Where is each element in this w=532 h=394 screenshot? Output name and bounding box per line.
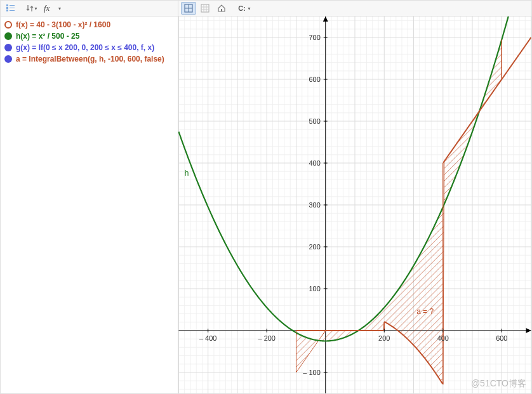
algebra-toolbar: ▼ fx ▼ xyxy=(1,1,178,16)
toggle-axes-button[interactable] xyxy=(181,2,196,15)
alg-expr: a = IntegralBetween(g, h, -100, 600, fal… xyxy=(16,55,164,63)
visibility-bullet[interactable] xyxy=(4,21,12,29)
svg-text:200: 200 xyxy=(378,334,390,342)
chevron-down-icon: ▼ xyxy=(57,6,62,11)
svg-rect-3 xyxy=(10,8,15,8)
svg-text:– 400: – 400 xyxy=(199,334,216,342)
graphics-toolbar: C: ▼ xyxy=(178,1,531,16)
svg-text:100: 100 xyxy=(309,285,320,292)
svg-rect-2 xyxy=(6,7,8,9)
svg-text:h: h xyxy=(185,169,189,178)
svg-rect-9 xyxy=(201,4,209,12)
axes-icon xyxy=(184,4,193,13)
chevron-down-icon: ▼ xyxy=(34,6,38,11)
capture-label: C: xyxy=(238,4,246,12)
graphics-view[interactable]: – 400– 200200400600– 1001002003004005006… xyxy=(178,16,531,393)
visibility-bullet[interactable] xyxy=(4,55,12,63)
grid-icon xyxy=(201,4,209,13)
watermark: @51CTO博客 xyxy=(471,378,526,390)
visibility-bullet[interactable] xyxy=(4,44,12,51)
svg-text:a = ?: a = ? xyxy=(416,307,434,316)
list-view-button[interactable] xyxy=(3,2,18,15)
svg-text:200: 200 xyxy=(309,243,320,251)
visibility-bullet[interactable] xyxy=(4,32,12,40)
svg-text:– 100: – 100 xyxy=(303,369,320,376)
algebra-view: f(x) = 40 - 3(100 - x)² / 1600 h(x) = x²… xyxy=(1,16,178,393)
svg-text:600: 600 xyxy=(309,76,320,83)
fx-label: fx xyxy=(44,3,50,13)
svg-text:400: 400 xyxy=(437,334,449,342)
svg-text:300: 300 xyxy=(309,201,320,209)
sort-icon xyxy=(26,4,34,12)
svg-rect-4 xyxy=(6,10,8,11)
list-icon xyxy=(6,4,15,12)
fx-dropdown[interactable]: ▼ xyxy=(52,2,63,15)
svg-text:– 200: – 200 xyxy=(258,334,276,342)
svg-text:400: 400 xyxy=(309,159,320,167)
plot-canvas[interactable]: – 400– 200200400600– 1001002003004005006… xyxy=(178,16,531,393)
home-icon xyxy=(217,4,226,13)
chevron-down-icon: ▼ xyxy=(247,6,251,11)
svg-rect-1 xyxy=(10,5,15,6)
svg-text:500: 500 xyxy=(309,117,320,125)
toggle-grid-button[interactable] xyxy=(197,2,213,15)
alg-item-h[interactable]: h(x) = x² / 500 - 25 xyxy=(1,30,178,42)
alg-expr: h(x) = x² / 500 - 25 xyxy=(16,32,79,41)
svg-text:600: 600 xyxy=(496,334,507,342)
svg-rect-0 xyxy=(6,4,8,6)
alg-expr: f(x) = 40 - 3(100 - x)² / 1600 xyxy=(16,20,110,29)
sort-dropdown[interactable]: ▼ xyxy=(20,2,40,15)
home-button[interactable] xyxy=(214,2,229,15)
svg-rect-5 xyxy=(10,10,15,11)
alg-item-f[interactable]: f(x) = 40 - 3(100 - x)² / 1600 xyxy=(1,19,178,30)
svg-rect-14 xyxy=(221,9,222,11)
point-capture-dropdown[interactable]: C: ▼ xyxy=(230,2,253,15)
svg-text:700: 700 xyxy=(309,34,320,41)
alg-expr: g(x) = If(0 ≤ x 200, 0, 200 ≤ x ≤ 400, f… xyxy=(16,43,154,52)
alg-item-a[interactable]: a = IntegralBetween(g, h, -100, 600, fal… xyxy=(1,53,178,65)
alg-item-g[interactable]: g(x) = If(0 ≤ x 200, 0, 200 ≤ x ≤ 400, f… xyxy=(1,42,178,53)
